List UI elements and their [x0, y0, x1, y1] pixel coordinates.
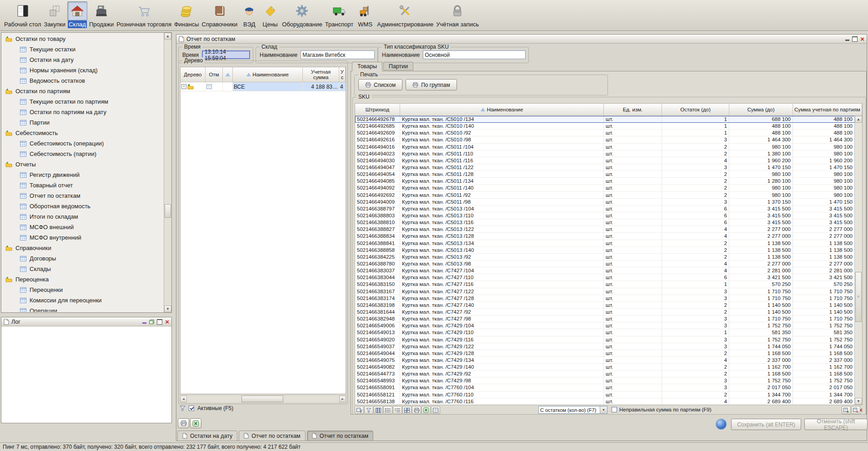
close-icon[interactable]: × [165, 319, 169, 325]
time-field[interactable]: 13.10.14 15:59:04 [202, 50, 250, 59]
col-sum[interactable]: Сумма (до) [729, 104, 793, 116]
toolbar-item-10[interactable]: Оборудование [281, 1, 323, 28]
sidebar-item[interactable]: Переоценки [2, 285, 164, 295]
tree-hscrollbar[interactable]: ◄ ► [180, 396, 346, 402]
table-row[interactable]: 5021466388834Куртка мал. ткан. /C5013 /1… [355, 233, 855, 240]
scroll-left-icon[interactable]: ◄ [180, 396, 187, 402]
table-row[interactable]: 5021466383150Куртка мал. ткан. /C7427 /1… [355, 281, 855, 288]
col-unit[interactable]: Ед. изм. [604, 104, 662, 116]
table-row[interactable]: 5021466494016Куртка мал. ткан. /C5011 /1… [355, 144, 855, 150]
sidebar-item[interactable]: Текущие остатки [2, 44, 164, 55]
toolbar-item-12[interactable]: WMS [355, 1, 375, 28]
table-row[interactable]: 5021466494085Куртка мал. ткан. /C5011 /1… [355, 178, 855, 185]
chevron-down-icon[interactable]: ▼ [600, 406, 607, 413]
document-tab-1[interactable]: Остатки на дату [177, 431, 237, 441]
tree-row-vse[interactable]: + ВСЕ 4 188 83… 4 [181, 82, 346, 91]
table-row[interactable]: 5021466558138Куртка мал. ткан. /C7760 /1… [355, 398, 855, 405]
maximize-icon[interactable] [852, 36, 858, 42]
stock-filter-combobox[interactable]: С остатком (кол-во) (F7) ▼ [538, 406, 607, 414]
toolbar-item-5[interactable]: Розничная торговля [115, 1, 172, 28]
toolbar-item-7[interactable]: Справочники [201, 1, 239, 28]
scroll-thumb[interactable] [241, 396, 283, 402]
tree-col-sum[interactable]: Учетная сумма [303, 67, 339, 82]
table-row[interactable]: 5021466388858Куртка мал. ткан. /C5013 /1… [355, 247, 855, 254]
tree-row-name[interactable]: ВСЕ [233, 82, 303, 91]
sidebar-item[interactable]: МСФО внешний [2, 222, 164, 232]
table-row[interactable]: 5021466381644Куртка мал. ткан. /C7427 /9… [355, 309, 855, 316]
table-row[interactable]: 5021466549020Куртка мал. ткан. /C7429 /1… [355, 336, 855, 343]
col-qty[interactable]: Остаток (до) [662, 104, 729, 116]
table-row[interactable]: 5021466494092Куртка мал. ткан. /C5011 /1… [355, 185, 855, 191]
table-row[interactable]: 5021466492692Куртка мал. ткан. /C5011 /9… [355, 192, 855, 199]
sidebar-item[interactable]: Склады [2, 264, 164, 274]
col-barcode[interactable]: Штрихкод [355, 104, 400, 116]
funnel-icon[interactable] [180, 406, 186, 411]
toolbar-item-3[interactable]: Склад [67, 1, 87, 28]
table-row[interactable]: 5021466388803Куртка мал. ткан. /C5013 /1… [355, 212, 855, 219]
refresh-orb-button[interactable] [716, 419, 727, 430]
cards-button[interactable] [402, 406, 411, 414]
table-row[interactable]: 5021466492616Куртка мал. ткан. /C5010 /9… [355, 136, 855, 143]
sidebar-group[interactable]: Справочники [2, 243, 164, 253]
table-row[interactable]: 5021466549006Куртка мал. ткан. /C7429 /1… [355, 322, 855, 329]
table-row[interactable]: 5021466388841Куртка мал. ткан. /C5013 /1… [355, 240, 855, 247]
filter-table-button[interactable] [355, 406, 364, 414]
sidebar-item[interactable]: Итоги по складам [2, 211, 164, 222]
tab-inactive[interactable]: Партии [383, 62, 413, 70]
print-list-button[interactable]: Списком [358, 79, 402, 90]
print-button[interactable] [178, 418, 189, 428]
toolbar-item-9[interactable]: Цены [260, 1, 280, 28]
scroll-down-icon[interactable]: ▼ [164, 306, 171, 312]
table-row[interactable]: 5021466494023Куртка мал. ткан. /C5011 /1… [355, 150, 855, 157]
columns-button[interactable] [374, 406, 383, 414]
table-row[interactable]: 5021466383167Куртка мал. ткан. /C7427 /1… [355, 288, 855, 295]
tab-active[interactable]: Товары [352, 62, 382, 71]
table-row[interactable]: 5021466382948Куртка мал. ткан. /C7427 /9… [355, 316, 855, 322]
table-row[interactable]: 5021466549013Куртка мал. ткан. /C7429 /1… [355, 329, 855, 336]
sidebar-item[interactable]: Себестоимость (операции) [2, 138, 164, 149]
sidebar-item[interactable]: Отчет по остаткам [2, 190, 164, 201]
restore-icon[interactable] [149, 320, 154, 324]
warehouse-name-field[interactable]: Магазин Витебск [301, 50, 375, 59]
document-tab-2[interactable]: Отчет по остаткам [239, 431, 305, 441]
toolbar-item-4[interactable]: Продажи [88, 1, 115, 28]
table-row[interactable]: 5021466388780Куртка мал. ткан. /C5013 /9… [355, 261, 855, 267]
sidebar-item[interactable]: МСФО внутренний [2, 232, 164, 243]
col-name[interactable]: Наименование [400, 104, 604, 116]
document-tab-3[interactable]: Отчет по остаткам [307, 431, 373, 441]
sidebar-group[interactable]: Себестоимость [2, 128, 164, 138]
table-row[interactable]: 5021466388810Куртка мал. ткан. /C5013 /1… [355, 219, 855, 226]
table-row[interactable]: 5021466383037Куртка мал. ткан. /C7427 /1… [355, 267, 855, 274]
sidebar-item[interactable]: Нормы хранения (склад) [2, 65, 164, 75]
tree-col-name[interactable]: Наименование [233, 67, 303, 82]
table-row[interactable]: 5021466494030Куртка мал. ткан. /C5011 /1… [355, 157, 855, 164]
toolbar-item-1[interactable]: Рабочий стол [3, 1, 42, 28]
table-row[interactable]: 5021466548993Куртка мал. ткан. /C7429 /9… [355, 377, 855, 384]
table-row[interactable]: 5021466494047Куртка мал. ткан. /C5011 /1… [355, 164, 855, 171]
scroll-thumb[interactable] [165, 204, 171, 218]
print-groups-button[interactable]: По группам [406, 79, 457, 90]
scroll-thumb[interactable]: ≡ [855, 272, 862, 322]
sidebar-group[interactable]: Остатки по партиям [2, 86, 164, 96]
sidebar-item[interactable]: Комиссии для переоценки [2, 295, 164, 306]
sidebar-item[interactable]: Партии [2, 117, 164, 128]
sidebar-group[interactable]: Остатки по товару [2, 34, 164, 44]
minimize-icon[interactable] [142, 322, 146, 324]
table-row[interactable]: 5021466388827Куртка мал. ткан. /C5013 /1… [355, 226, 855, 233]
sidebar-scrollbar[interactable]: ▲ ▼ [164, 33, 171, 312]
sidebar-item[interactable]: Остатки на дату [2, 55, 164, 65]
scroll-right-icon[interactable]: ► [339, 396, 346, 402]
grid-button[interactable] [431, 406, 440, 414]
table-row[interactable]: 5021466544773Куртка мал. ткан. /C7429 /9… [355, 371, 855, 377]
col-sum-parties[interactable]: Сумма учетная по партиям [793, 104, 862, 116]
sidebar-item[interactable]: Оборотная ведомость [2, 201, 164, 211]
expand-icon[interactable]: + [181, 84, 186, 89]
excel-export-button[interactable] [190, 418, 201, 428]
sku-type-field[interactable]: Основной [423, 50, 526, 59]
sidebar-item[interactable]: Договоры [2, 253, 164, 264]
scroll-up-icon[interactable]: ▲ [164, 33, 171, 40]
table-row[interactable]: 5021466492609Куртка мал. ткан. /C5010 /9… [355, 130, 855, 136]
sidebar-item[interactable]: Себестоимость (партии) [2, 149, 164, 159]
table-row[interactable]: 5021466549044Куртка мал. ткан. /C7429 /1… [355, 350, 855, 357]
table-row[interactable]: 5021466383174Куртка мал. ткан. /C7427 /1… [355, 295, 855, 302]
